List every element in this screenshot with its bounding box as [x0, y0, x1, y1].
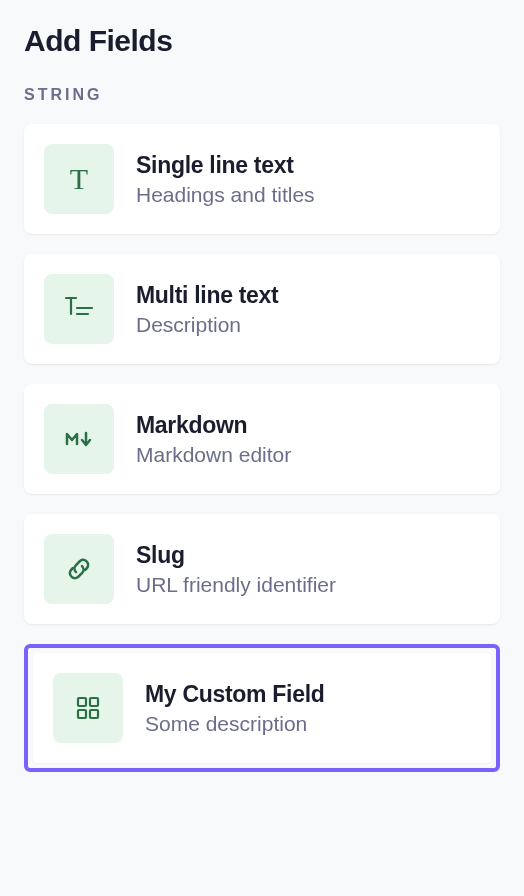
field-text: My Custom Field Some description — [145, 681, 325, 736]
field-list: T Single line text Headings and titles M… — [24, 124, 500, 772]
field-desc: Some description — [145, 712, 325, 736]
field-title: My Custom Field — [145, 681, 325, 708]
slug-icon — [44, 534, 114, 604]
field-text: Markdown Markdown editor — [136, 412, 291, 467]
markdown-icon — [44, 404, 114, 474]
field-option-multiline-text[interactable]: Multi line text Description — [24, 254, 500, 364]
svg-rect-5 — [78, 698, 86, 706]
field-desc: URL friendly identifier — [136, 573, 336, 597]
section-label-string: STRING — [24, 86, 500, 104]
field-title: Multi line text — [136, 282, 278, 309]
field-desc: Description — [136, 313, 278, 337]
field-text: Multi line text Description — [136, 282, 278, 337]
field-desc: Headings and titles — [136, 183, 315, 207]
page-title: Add Fields — [24, 24, 500, 58]
field-option-custom-field[interactable]: My Custom Field Some description — [24, 644, 500, 772]
field-option-single-line-text[interactable]: T Single line text Headings and titles — [24, 124, 500, 234]
svg-rect-7 — [78, 710, 86, 718]
custom-field-icon — [53, 673, 123, 743]
field-option-markdown[interactable]: Markdown Markdown editor — [24, 384, 500, 494]
svg-rect-8 — [90, 710, 98, 718]
field-title: Markdown — [136, 412, 291, 439]
field-text: Slug URL friendly identifier — [136, 542, 336, 597]
svg-rect-6 — [90, 698, 98, 706]
text-icon: T — [44, 144, 114, 214]
field-title: Slug — [136, 542, 336, 569]
field-desc: Markdown editor — [136, 443, 291, 467]
field-title: Single line text — [136, 152, 315, 179]
field-text: Single line text Headings and titles — [136, 152, 315, 207]
field-option-slug[interactable]: Slug URL friendly identifier — [24, 514, 500, 624]
multiline-text-icon — [44, 274, 114, 344]
